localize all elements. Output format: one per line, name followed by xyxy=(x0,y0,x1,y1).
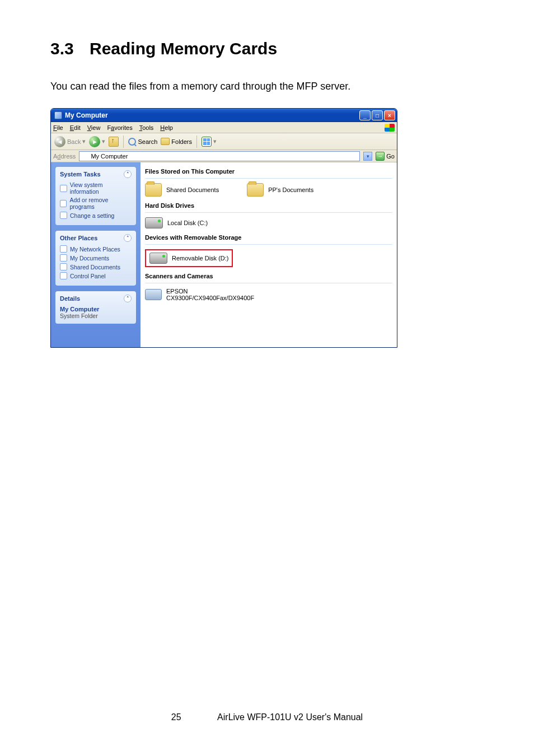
item-local-disk-c[interactable]: Local Disk (C:) xyxy=(145,217,208,228)
search-icon xyxy=(128,138,136,146)
forward-button[interactable]: ► ▾ xyxy=(89,136,105,147)
menu-favorites[interactable]: Favorites xyxy=(107,124,132,131)
system-tasks-panel: System Tasks˄ View system information Ad… xyxy=(55,167,136,225)
search-button[interactable]: Search xyxy=(128,138,157,146)
my-computer-icon xyxy=(82,153,88,160)
title-bar: My Computer _ □ × xyxy=(51,109,397,122)
details-panel: Details˄ My Computer System Folder xyxy=(55,291,136,324)
sidebar: System Tasks˄ View system information Ad… xyxy=(51,162,140,347)
item-pp-documents[interactable]: PP's Documents xyxy=(247,183,313,197)
settings-icon xyxy=(60,212,67,219)
item-epson-scanner[interactable]: EPSON CX9300F/CX9400Fax/DX9400F xyxy=(145,288,256,301)
close-button[interactable]: × xyxy=(384,110,395,120)
address-label: Address xyxy=(53,153,76,160)
footer-text: AirLive WFP-101U v2 User's Manual xyxy=(217,712,363,722)
minimize-button[interactable]: _ xyxy=(359,110,371,120)
collapse-icon[interactable]: ˄ xyxy=(124,170,132,178)
page-number: 25 xyxy=(171,712,181,722)
programs-icon xyxy=(60,200,67,207)
menu-view[interactable]: View xyxy=(87,124,101,131)
sidebar-item-network-places[interactable]: My Network Places xyxy=(60,245,132,253)
hard-disk-icon xyxy=(145,217,163,228)
address-input[interactable]: My Computer xyxy=(79,151,360,161)
intro-text: You can read the files from a memory car… xyxy=(50,81,484,92)
item-shared-documents[interactable]: Shared Documents xyxy=(145,183,219,197)
address-bar: Address My Computer ▾ → Go xyxy=(51,150,397,162)
sidebar-item-shared-documents[interactable]: Shared Documents xyxy=(60,263,132,270)
scanner-icon xyxy=(145,289,162,300)
section-heading: 3.3Reading Memory Cards xyxy=(50,39,484,58)
sidebar-item-change-setting[interactable]: Change a setting xyxy=(60,212,132,219)
go-arrow-icon: → xyxy=(376,152,385,161)
menu-file[interactable]: File xyxy=(53,124,63,131)
sidebar-item-my-documents[interactable]: My Documents xyxy=(60,254,132,262)
group-scanners-cameras: Scanners and Cameras xyxy=(145,272,392,283)
views-icon xyxy=(202,137,212,147)
menu-bar: File Edit View Favorites Tools Help xyxy=(51,122,397,133)
sidebar-item-control-panel[interactable]: Control Panel xyxy=(60,272,132,279)
address-dropdown-button[interactable]: ▾ xyxy=(363,152,372,161)
menu-edit[interactable]: Edit xyxy=(70,124,81,131)
back-button[interactable]: ◄Back ▾ xyxy=(54,136,86,147)
heading-number: 3.3 xyxy=(50,39,90,58)
window-title: My Computer xyxy=(65,111,359,119)
highlighted-removable-disk: Removable Disk (D:) xyxy=(145,249,233,267)
sidebar-item-add-remove-programs[interactable]: Add or remove programs xyxy=(60,197,132,210)
folder-up-icon xyxy=(109,137,119,147)
group-removable-storage: Devices with Removable Storage xyxy=(145,233,392,245)
my-computer-icon xyxy=(54,111,62,119)
network-icon xyxy=(60,245,67,253)
folder-icon xyxy=(60,263,67,270)
control-panel-icon xyxy=(60,272,67,279)
folder-icon xyxy=(247,183,264,197)
heading-title: Reading Memory Cards xyxy=(90,39,277,58)
info-icon xyxy=(60,185,67,192)
removable-disk-icon xyxy=(149,253,167,264)
my-computer-window: My Computer _ □ × File Edit View Favorit… xyxy=(50,108,397,348)
menu-tools[interactable]: Tools xyxy=(139,124,154,131)
windows-flag-icon xyxy=(385,124,395,132)
group-files-stored: Files Stored on This Computer xyxy=(145,167,392,179)
other-places-panel: Other Places˄ My Network Places My Docum… xyxy=(55,231,136,286)
menu-help[interactable]: Help xyxy=(160,124,173,131)
group-hard-disk-drives: Hard Disk Drives xyxy=(145,201,392,213)
up-button[interactable] xyxy=(109,137,119,147)
collapse-icon[interactable]: ˄ xyxy=(124,234,132,242)
views-button[interactable]: ▾ xyxy=(202,137,217,147)
maximize-button[interactable]: □ xyxy=(372,110,383,120)
main-content: Files Stored on This Computer Shared Doc… xyxy=(140,162,397,347)
folders-button[interactable]: Folders xyxy=(161,138,192,145)
folders-icon xyxy=(161,138,170,145)
go-button[interactable]: → Go xyxy=(376,152,395,161)
folder-icon xyxy=(145,183,162,197)
tool-bar: ◄Back ▾ ► ▾ Search Folders ▾ xyxy=(51,133,397,150)
folder-icon xyxy=(60,254,67,262)
item-removable-disk-d[interactable]: Removable Disk (D:) xyxy=(149,253,228,264)
page-footer: 25 AirLive WFP-101U v2 User's Manual xyxy=(0,712,534,722)
collapse-icon[interactable]: ˄ xyxy=(124,295,132,302)
sidebar-item-view-system-info[interactable]: View system information xyxy=(60,181,132,195)
